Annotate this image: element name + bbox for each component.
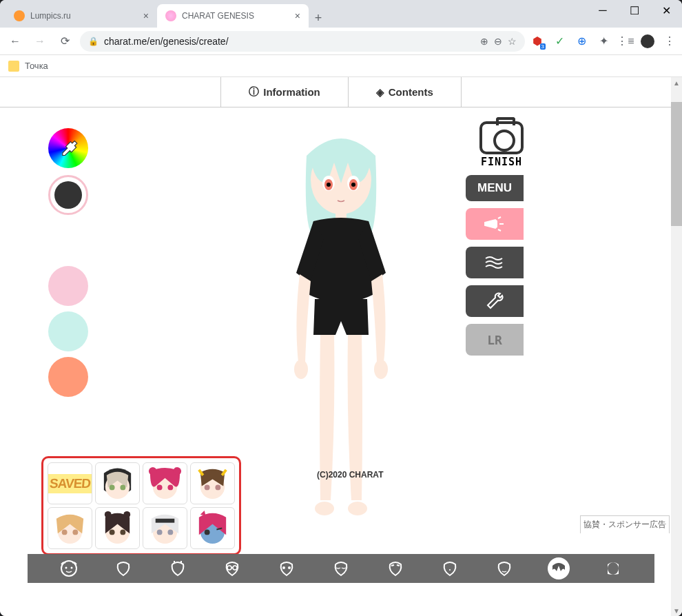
preset-4[interactable]: [190, 462, 235, 504]
cat-glasses-icon[interactable]: [221, 557, 243, 579]
category-bar: [28, 554, 654, 583]
eyedropper-icon: [59, 138, 78, 158]
tool-wrench-button[interactable]: [466, 285, 524, 317]
close-icon[interactable]: ×: [143, 10, 149, 21]
tab-information[interactable]: ⓘ Information: [220, 77, 349, 107]
lock-icon: 🔒: [88, 37, 99, 46]
preset-8[interactable]: [190, 507, 235, 549]
finish-button[interactable]: FINISH: [479, 121, 524, 168]
pattern-icon: [484, 254, 505, 271]
cat-hair-back-icon[interactable]: [602, 557, 624, 579]
ad-label: 協賛・スポンサー広告: [580, 515, 670, 533]
bookmarks-bar: Точка: [0, 55, 682, 77]
svg-point-36: [205, 529, 210, 535]
svg-point-43: [282, 566, 285, 569]
cat-outline1-icon[interactable]: [112, 557, 134, 579]
url-text: charat.me/en/genesis/create/: [104, 36, 475, 47]
preset-6[interactable]: [95, 507, 140, 549]
palette: [48, 266, 88, 397]
menu-button[interactable]: MENU: [466, 175, 524, 201]
tool-pattern-button[interactable]: [466, 247, 524, 278]
tab-label: Information: [263, 86, 320, 98]
extensions: ⬢3 ✓ ⊕ ✦ ⋮≡ ⋮: [530, 34, 676, 48]
forward-button[interactable]: →: [30, 32, 50, 51]
svg-point-8: [294, 360, 308, 379]
palette-swatch-3[interactable]: [48, 357, 88, 397]
tool-lr-button[interactable]: LR: [466, 324, 524, 356]
current-color-button[interactable]: [48, 175, 88, 215]
preset-3[interactable]: [143, 462, 187, 504]
preset-5[interactable]: [48, 507, 92, 549]
scroll-thumb[interactable]: [671, 102, 682, 226]
close-button[interactable]: ✕: [650, 0, 682, 21]
svg-point-6: [351, 183, 355, 187]
tab-contents[interactable]: ◈ Contents: [349, 77, 462, 107]
palette-swatch-1[interactable]: [48, 266, 88, 306]
tool-flashlight-button[interactable]: [466, 208, 524, 240]
tab-lumpics[interactable]: Lumpics.ru ×: [6, 4, 157, 28]
cat-closed-icon[interactable]: [330, 557, 352, 579]
back-button[interactable]: ←: [6, 32, 25, 51]
color-wheel-button[interactable]: [48, 128, 88, 168]
browser-window: Lumpics.ru × CHARAT GENESIS × + ─ ☐ ✕ ← …: [0, 0, 682, 616]
minimize-button[interactable]: ─: [587, 0, 619, 21]
character-preview: [265, 114, 417, 531]
zoom-in-icon[interactable]: ⊕: [480, 36, 488, 47]
vertical-scrollbar[interactable]: ▲ ▼: [671, 77, 682, 616]
page-viewport: ⓘ Information ◈ Contents: [0, 77, 682, 616]
palette-swatch-2[interactable]: [48, 311, 88, 351]
cat-hair-front-icon[interactable]: [548, 557, 570, 579]
cat-brows-icon[interactable]: [384, 557, 406, 579]
info-icon: ⓘ: [249, 85, 259, 99]
address-bar[interactable]: 🔒 charat.me/en/genesis/create/ ⊕ ⊖ ☆: [80, 31, 525, 52]
svg-point-13: [110, 484, 115, 490]
svg-point-46: [608, 562, 619, 575]
menu-icon[interactable]: ⋮: [663, 34, 676, 48]
saved-label: SAVED: [48, 474, 92, 493]
tab-charat[interactable]: CHARAT GENESIS ×: [157, 4, 309, 28]
cat-mouth-icon[interactable]: [493, 557, 515, 579]
right-tools: FINISH MENU LR: [466, 121, 524, 356]
close-icon[interactable]: ×: [295, 10, 300, 21]
svg-point-38: [65, 567, 67, 569]
svg-rect-32: [156, 519, 175, 523]
cat-face-icon[interactable]: [58, 557, 80, 579]
color-tools: [48, 128, 88, 215]
zoom-icon[interactable]: ⊖: [494, 36, 502, 47]
svg-point-34: [167, 529, 173, 535]
profile-avatar[interactable]: [641, 34, 654, 48]
svg-point-11: [348, 502, 367, 515]
svg-point-41: [233, 566, 237, 570]
ext-adblock-icon[interactable]: ⬢3: [530, 34, 544, 48]
titlebar: Lumpics.ru × CHARAT GENESIS × + ─ ☐ ✕: [0, 0, 682, 28]
preset-2[interactable]: [95, 462, 140, 504]
ext-globe-icon[interactable]: ⊕: [575, 34, 588, 48]
maximize-button[interactable]: ☐: [619, 0, 650, 21]
new-tab-button[interactable]: +: [309, 8, 328, 28]
tab-label: Lumpics.ru: [30, 11, 71, 21]
reload-button[interactable]: ⟳: [55, 32, 74, 51]
cat-outline2-icon[interactable]: [167, 557, 189, 579]
cat-eyes-icon[interactable]: [276, 557, 298, 579]
ext-badge: 3: [540, 43, 546, 50]
bookmark-label[interactable]: Точка: [25, 61, 48, 71]
ext-check-icon[interactable]: ✓: [552, 34, 566, 48]
scroll-up-icon[interactable]: ▲: [671, 77, 682, 88]
svg-point-10: [315, 502, 334, 515]
tab-label: CHARAT GENESIS: [182, 11, 254, 21]
svg-point-21: [205, 484, 210, 490]
color-inner: [54, 181, 82, 209]
preset-saved[interactable]: SAVED: [48, 462, 92, 504]
svg-point-14: [120, 484, 125, 490]
scroll-down-icon[interactable]: ▼: [671, 605, 682, 616]
svg-point-30: [120, 529, 125, 535]
extensions-icon[interactable]: ✦: [597, 34, 610, 48]
svg-point-16: [149, 467, 157, 475]
preset-panel: SAVED: [41, 456, 241, 555]
svg-point-22: [215, 484, 220, 490]
cat-nose-icon[interactable]: [439, 557, 461, 579]
ext-list-icon[interactable]: ⋮≡: [619, 34, 632, 48]
svg-point-24: [62, 529, 68, 535]
preset-7[interactable]: [143, 507, 187, 549]
bookmark-star-icon[interactable]: ☆: [508, 36, 517, 47]
